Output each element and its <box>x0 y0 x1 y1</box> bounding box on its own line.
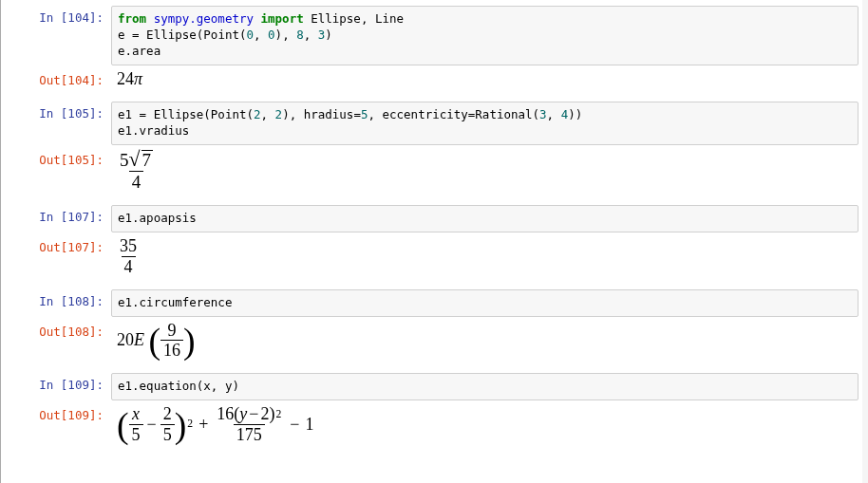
output-cell: Out[104]: 24π <box>7 68 868 93</box>
code-input[interactable]: e1.equation(x, y) <box>111 373 859 400</box>
coef16: 16 <box>217 405 234 423</box>
radicand: 7 <box>142 151 152 170</box>
power: 2 <box>186 418 193 431</box>
pi-symbol: π <box>134 70 142 89</box>
numerator: 35 <box>117 237 140 256</box>
in-prompt: In [107]: <box>7 205 111 230</box>
var-y: y <box>239 405 247 423</box>
code-input[interactable]: e1.circumference <box>111 289 859 317</box>
in-prompt: In [108]: <box>7 289 111 314</box>
power2: 2 <box>275 409 282 420</box>
coef: 24 <box>117 70 134 89</box>
lparen-icon: ( <box>117 409 129 441</box>
cnum: 2 <box>160 405 175 424</box>
code-cell: In [108]: e1.circumference <box>7 289 868 317</box>
out-prompt: Out[109]: <box>7 403 111 428</box>
output-cell: Out[107]: 35 4 <box>7 235 868 280</box>
rparen-icon: ) <box>183 325 196 357</box>
code-input[interactable]: e1 = Ellipse(Point(2, 2), hradius=5, ecc… <box>111 102 859 145</box>
out-prompt: Out[104]: <box>7 68 111 93</box>
output-cell: Out[105]: 5 √7 4 <box>7 148 868 195</box>
output-math: 35 4 <box>111 235 868 280</box>
code-text[interactable]: from sympy.geometry import Ellipse, Line… <box>118 11 852 60</box>
code-text[interactable]: e1 = Ellipse(Point(2, 2), hradius=5, ecc… <box>118 107 852 139</box>
code-cell: In [107]: e1.apoapsis <box>7 205 868 232</box>
lparen-icon: ( <box>149 325 161 357</box>
den-5: 5 <box>129 424 143 444</box>
coef: 20 <box>117 331 134 350</box>
code-cell: In [105]: e1 = Ellipse(Point(2, 2), hrad… <box>7 102 868 145</box>
rparen-icon: ) <box>175 409 187 441</box>
code-input[interactable]: from sympy.geometry import Ellipse, Line… <box>111 6 859 65</box>
out-prompt: Out[108]: <box>7 320 111 344</box>
in-prompt: In [104]: <box>7 6 111 30</box>
arg-num: 9 <box>165 322 179 341</box>
in-prompt: In [109]: <box>7 373 111 398</box>
code-text[interactable]: e1.equation(x, y) <box>118 379 852 395</box>
minus3: − <box>284 416 305 435</box>
minus: − <box>143 416 160 435</box>
output-cell: Out[109]: ( x 5 − 2 5 ) 2 + 16(y−2)2 <box>7 403 868 448</box>
code-text[interactable]: e1.apoapsis <box>118 211 852 227</box>
denominator: 4 <box>129 171 144 192</box>
minus2: − <box>247 405 260 423</box>
arg-den: 16 <box>160 340 183 360</box>
in-prompt: In [105]: <box>7 102 111 126</box>
output-math: 24π <box>111 68 868 93</box>
fn: E <box>134 331 144 350</box>
coef: 5 <box>120 151 129 170</box>
shift: 2 <box>261 405 270 423</box>
denominator: 4 <box>122 256 136 276</box>
code-cell: In [109]: e1.equation(x, y) <box>7 373 868 400</box>
sqrt-icon: √7 <box>129 150 154 170</box>
cden: 5 <box>160 424 175 444</box>
out-prompt: Out[105]: <box>7 148 111 173</box>
den175: 175 <box>234 424 265 444</box>
code-input[interactable]: e1.apoapsis <box>111 205 859 232</box>
var-x: x <box>129 405 142 424</box>
out-prompt: Out[107]: <box>7 235 111 260</box>
notebook-container: In [104]: from sympy.geometry import Ell… <box>0 0 868 483</box>
code-text[interactable]: e1.circumference <box>118 295 852 311</box>
output-math: 20E ( 9 16 ) <box>111 320 868 364</box>
output-math: ( x 5 − 2 5 ) 2 + 16(y−2)2 175 <box>111 403 868 448</box>
output-math: 5 √7 4 <box>111 148 868 195</box>
plus: + <box>193 416 214 435</box>
code-cell: In [104]: from sympy.geometry import Ell… <box>7 6 868 65</box>
tail-one: 1 <box>306 416 314 435</box>
output-cell: Out[108]: 20E ( 9 16 ) <box>7 320 868 364</box>
